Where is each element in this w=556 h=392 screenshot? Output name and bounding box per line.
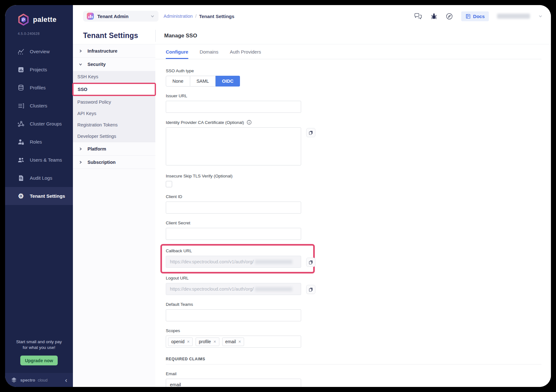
- info-icon[interactable]: [247, 120, 252, 125]
- sidebar-item-roles[interactable]: Roles: [5, 133, 73, 151]
- sidebar-item-label: Tenant Settings: [30, 193, 65, 199]
- breadcrumb-administration[interactable]: Administration: [164, 14, 193, 19]
- sidebar-item-overview[interactable]: Overview: [5, 42, 73, 61]
- issuer-url-input[interactable]: [166, 101, 301, 113]
- copy-callback-url-button[interactable]: [306, 258, 315, 267]
- sidebar-nav: Overview Projects: [5, 42, 73, 205]
- layers-icon: [17, 84, 24, 91]
- compass-tour-icon[interactable]: [446, 13, 453, 20]
- topbar-actions: Docs: [414, 11, 543, 21]
- default-teams-label: Default Teams: [166, 302, 541, 307]
- tree-group-label: Infrastructure: [87, 48, 117, 54]
- logout-url-value: https://dev.spectrocloud.com/v1/auth/org…: [170, 286, 254, 292]
- copy-logout-url-button[interactable]: [306, 285, 315, 294]
- sidebar-item-clusters[interactable]: Clusters: [5, 97, 73, 115]
- client-id-label: Client ID: [166, 194, 541, 199]
- logout-url-field-disabled: https://dev.spectrocloud.com/v1/auth/org…: [166, 283, 301, 295]
- auth-type-none-button[interactable]: None: [166, 76, 190, 87]
- skip-tls-checkbox[interactable]: [166, 181, 172, 187]
- ca-certificate-textarea[interactable]: [166, 127, 301, 165]
- default-teams-input[interactable]: [166, 309, 301, 321]
- content: Infrastructure Security SSH Keys SSO Pas…: [73, 44, 551, 387]
- tree-item-sso[interactable]: SSO: [73, 84, 155, 95]
- sidebar-item-label: Roles: [30, 139, 42, 145]
- app-version: 4.5.0-240628: [5, 26, 73, 35]
- feedback-chat-icon[interactable]: [414, 13, 422, 20]
- redacted-org-segment: [255, 287, 292, 291]
- sidebar-item-audit-logs[interactable]: Audit Logs: [5, 169, 73, 187]
- tree-item-developer-settings[interactable]: Developer Settings: [73, 131, 155, 142]
- tree-item-api-keys[interactable]: API Keys: [73, 108, 155, 119]
- required-claims-header: REQUIRED CLAIMS: [166, 357, 541, 361]
- main-area: Tenant Admin Administration / Tenant Set…: [73, 5, 551, 387]
- breadcrumb-current: Tenant Settings: [199, 14, 234, 19]
- sidebar-item-label: Cluster Groups: [30, 121, 62, 126]
- tree-group-subscription[interactable]: Subscription: [73, 156, 155, 169]
- sidebar-item-label: Clusters: [30, 103, 47, 108]
- collapse-sidebar-icon[interactable]: ‹: [65, 377, 67, 383]
- chip-label: email: [225, 339, 236, 344]
- skip-tls-label: Insecure Skip TLS Verify (Optional): [166, 174, 541, 178]
- project-scope-selector[interactable]: Tenant Admin: [83, 11, 158, 22]
- scope-chip-profile: profile ×: [196, 337, 219, 346]
- tree-group-security[interactable]: Security: [73, 58, 155, 71]
- topbar: Tenant Admin Administration / Tenant Set…: [73, 5, 551, 27]
- auth-type-oidc-button[interactable]: OIDC: [216, 76, 240, 87]
- docs-button[interactable]: Docs: [461, 11, 489, 21]
- auth-type-saml-button[interactable]: SAML: [190, 76, 216, 87]
- sidebar-item-cluster-groups[interactable]: Cluster Groups: [5, 115, 73, 133]
- logout-url-group: Logout URL https://dev.spectrocloud.com/…: [166, 276, 541, 295]
- tab-domains[interactable]: Domains: [200, 44, 218, 59]
- issuer-url-group: Issuer URL: [166, 93, 541, 113]
- tree-group-label: Subscription: [87, 160, 116, 165]
- issuer-url-label: Issuer URL: [166, 93, 541, 98]
- client-secret-input[interactable]: [166, 228, 301, 240]
- chip-remove-icon[interactable]: ×: [213, 339, 216, 344]
- tab-auth-providers[interactable]: Auth Providers: [230, 44, 261, 59]
- upgrade-promo: Start small and only pay for what you us…: [5, 339, 73, 373]
- chevron-down-icon[interactable]: [538, 14, 543, 18]
- sidebar-item-projects[interactable]: Projects: [5, 61, 73, 79]
- skip-tls-group: Insecure Skip TLS Verify (Optional): [166, 174, 541, 187]
- scopes-group: Scopes openid × profile × email ×: [166, 328, 541, 348]
- tree-item-password-policy[interactable]: Password Policy: [73, 96, 155, 108]
- doc-search-icon: [17, 175, 24, 182]
- scopes-label: Scopes: [166, 328, 541, 333]
- bug-report-icon[interactable]: [430, 13, 437, 20]
- sso-auth-type-group: SSO Auth type None SAML OIDC: [166, 68, 541, 87]
- ca-certificate-group: Identity Provider CA Certificate (Option…: [166, 120, 541, 167]
- chip-remove-icon[interactable]: ×: [238, 339, 241, 344]
- spectro-cloud-logo-icon: [10, 376, 18, 384]
- breadcrumb-separator: /: [195, 14, 197, 19]
- sidebar-item-profiles[interactable]: Profiles: [5, 79, 73, 97]
- sidebar-item-label: Profiles: [30, 85, 46, 90]
- chip-label: openid: [171, 339, 184, 344]
- svg-text:P: P: [22, 17, 25, 22]
- tree-item-ssh-keys[interactable]: SSH Keys: [73, 71, 155, 82]
- tab-configure[interactable]: Configure: [166, 44, 188, 59]
- sso-form: Configure Domains Auth Providers SSO Aut…: [155, 44, 551, 387]
- chip-remove-icon[interactable]: ×: [187, 339, 190, 344]
- copy-ca-certificate-button[interactable]: [306, 128, 315, 137]
- security-children: SSH Keys SSO Password Policy API Keys Re…: [73, 71, 155, 142]
- tree-group-platform[interactable]: Platform: [73, 142, 155, 156]
- footer-brand-bold: spectro: [20, 378, 35, 382]
- scopes-input[interactable]: openid × profile × email ×: [166, 336, 301, 348]
- sso-auth-type-segmented: None SAML OIDC: [166, 76, 541, 87]
- tree-group-infrastructure[interactable]: Infrastructure: [73, 44, 155, 58]
- sidebar-item-tenant-settings[interactable]: ⚙ Tenant Settings: [5, 187, 73, 205]
- chip-label: profile: [199, 339, 211, 344]
- callback-url-field-disabled: https://dev.spectrocloud.com/v1/auth/org…: [166, 256, 301, 268]
- tree-group-label: Platform: [87, 146, 106, 151]
- user-menu-redacted[interactable]: [497, 14, 530, 19]
- sidebar-item-users-teams[interactable]: Users & Teams: [5, 151, 73, 169]
- tree-item-registration-tokens[interactable]: Registration Tokens: [73, 119, 155, 131]
- logo: P palette: [5, 5, 73, 26]
- book-icon: [465, 14, 471, 19]
- email-claim-input[interactable]: [166, 379, 301, 387]
- client-id-input[interactable]: [166, 202, 301, 214]
- upgrade-now-button[interactable]: Upgrade now: [20, 356, 58, 365]
- gear-icon: ⚙: [17, 193, 24, 200]
- line-chart-icon: [17, 48, 24, 55]
- logout-url-label: Logout URL: [166, 276, 541, 280]
